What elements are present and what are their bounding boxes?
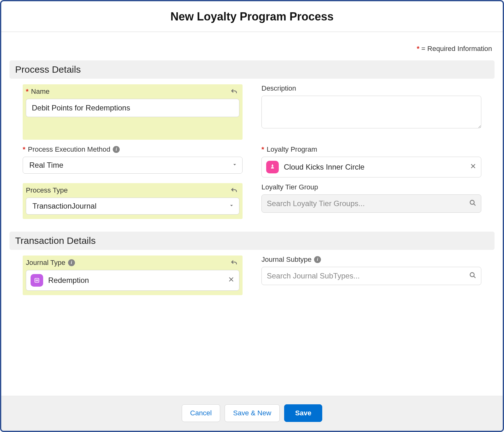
label-text: Loyalty Program (267, 145, 317, 154)
journal-subtype-input[interactable] (266, 271, 463, 281)
required-star-icon: * (26, 87, 29, 96)
save-button[interactable]: Save (284, 404, 322, 422)
undo-icon[interactable] (230, 259, 238, 268)
loyalty-program-icon (266, 161, 279, 173)
modal-footer: Cancel Save & New Save (1, 396, 503, 431)
field-label: Description (261, 84, 481, 93)
field-journal-type: Journal Type i Redemption (23, 255, 243, 295)
field-process-execution-method: * Process Execution Method i Real Time (23, 145, 243, 177)
field-process-type: Process Type TransactionJournal (23, 183, 243, 219)
clear-icon[interactable] (228, 276, 235, 285)
field-label: * Loyalty Program (261, 145, 481, 154)
info-icon[interactable]: i (113, 146, 120, 153)
section-header-process-details: Process Details (9, 60, 495, 79)
required-star-icon: * (417, 45, 420, 53)
field-loyalty-tier-group: Loyalty Tier Group (261, 183, 481, 219)
label-text: Process Execution Method (28, 145, 111, 154)
section-header-transaction-details: Transaction Details (9, 232, 495, 250)
undo-icon[interactable] (230, 186, 238, 196)
loyalty-program-lookup[interactable]: Cloud Kicks Inner Circle (261, 157, 481, 177)
loyalty-tier-group-search[interactable] (261, 194, 481, 213)
name-input[interactable] (26, 99, 239, 117)
lookup-value: Cloud Kicks Inner Circle (284, 163, 364, 171)
modal-titlebar: New Loyalty Program Process (1, 1, 503, 32)
journal-type-lookup[interactable]: Redemption (26, 270, 239, 291)
label-text: Name (31, 87, 50, 96)
info-icon[interactable]: i (314, 256, 321, 263)
label-text: Process Type (26, 186, 68, 194)
select-value: Real Time (27, 161, 63, 170)
required-note-text: = Required Information (421, 45, 492, 53)
undo-icon[interactable] (230, 87, 238, 97)
cancel-button[interactable]: Cancel (182, 404, 220, 422)
field-description: Description (261, 84, 481, 140)
info-icon[interactable]: i (68, 259, 75, 266)
modal-title: New Loyalty Program Process (1, 10, 503, 23)
label-text: Loyalty Tier Group (261, 183, 318, 191)
required-note: * = Required Information (9, 45, 495, 53)
select-value: TransactionJournal (31, 202, 96, 210)
chevron-down-icon (232, 161, 238, 170)
save-and-new-button[interactable]: Save & New (225, 404, 280, 422)
lookup-value: Redemption (48, 276, 89, 285)
field-name: * Name (23, 84, 243, 140)
required-star-icon: * (23, 145, 26, 154)
required-star-icon: * (261, 145, 264, 154)
field-label: Loyalty Tier Group (261, 183, 481, 191)
transaction-details-grid: Journal Type i Redemption (9, 255, 495, 308)
process-execution-method-select[interactable]: Real Time (23, 157, 243, 174)
label-text: Journal Type (26, 259, 66, 267)
field-label: Process Type (26, 186, 239, 194)
journal-type-icon (31, 274, 43, 287)
process-details-grid: * Name Description * Process Execution M… (9, 84, 495, 232)
field-label: Journal Type i (26, 259, 239, 267)
journal-subtype-search[interactable] (261, 267, 481, 285)
description-textarea[interactable] (261, 96, 481, 128)
field-label: * Name (26, 87, 239, 96)
clear-icon[interactable] (470, 163, 477, 171)
search-icon (468, 199, 477, 209)
modal-body: * = Required Information Process Details… (1, 32, 503, 396)
process-type-select[interactable]: TransactionJournal (26, 198, 239, 215)
field-loyalty-program: * Loyalty Program Cloud Kicks Inner Circ… (261, 145, 481, 177)
search-icon (468, 271, 477, 281)
label-text: Description (261, 84, 296, 93)
modal-new-loyalty-program-process: New Loyalty Program Process * = Required… (0, 0, 504, 432)
chevron-down-icon (228, 202, 235, 210)
field-label: * Process Execution Method i (23, 145, 243, 154)
field-label: Journal Subtype i (261, 255, 481, 264)
loyalty-tier-group-input[interactable] (266, 199, 463, 208)
label-text: Journal Subtype (261, 255, 312, 264)
field-journal-subtype: Journal Subtype i (261, 255, 481, 295)
